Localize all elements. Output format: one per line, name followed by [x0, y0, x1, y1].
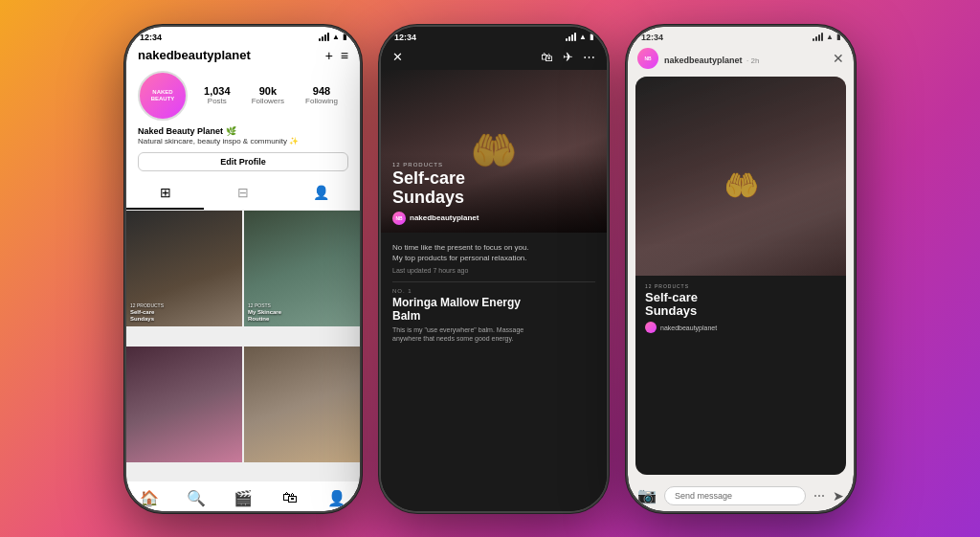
profile-username: nakedbeautyplanet	[138, 48, 251, 62]
tab-saved[interactable]: ⊟	[204, 177, 281, 210]
story-avatar[interactable]: NB	[637, 48, 658, 69]
posts-label: Posts	[208, 97, 227, 105]
hero-account-row: NB nakedbeautyplanet	[392, 212, 595, 225]
story-card: 12 PRODUCTS Self-careSundays nakedbeauty…	[635, 276, 846, 475]
time-2: 12:34	[394, 33, 416, 42]
tab-tagged[interactable]: 👤	[282, 177, 360, 210]
story-card-title: Self-careSundays	[645, 291, 836, 319]
time-3: 12:34	[641, 33, 663, 42]
collection-desc: No time like the present to focus on you…	[392, 242, 595, 263]
signal-icon-2	[566, 33, 576, 41]
wifi-icon-3: ▲	[826, 33, 834, 41]
battery-icon-2: ▮	[590, 33, 593, 41]
tab-grid[interactable]: ⊞	[126, 177, 204, 210]
story-bg-image: 🤲	[635, 77, 846, 296]
collection-item-desc: This is my "use everywhere" balm. Massag…	[392, 325, 595, 343]
profile-bio: Natural skincare, beauty inspo & communi…	[138, 137, 348, 146]
status-icons-3: ▲ ▮	[813, 33, 840, 41]
profile-name: Naked Beauty Planet 🌿	[138, 126, 348, 136]
story-username: nakedbeautyplanet	[664, 56, 743, 65]
nav-reels[interactable]: 🎬	[220, 489, 267, 507]
grid-item-2-label: 12 POSTS My SkincareRoutine	[248, 302, 281, 323]
profile-tabs: ⊞ ⊟ 👤	[126, 177, 360, 211]
story-content: 🤲 12 PRODUCTS Self-careSundays nakedbeau…	[635, 77, 846, 475]
collection-item-title: Moringa Mallow EnergyBalm	[392, 296, 595, 323]
profile-stats-row: NAKED BEAUTY 1,034 Posts 90k Followers 9…	[138, 71, 348, 121]
share-icon[interactable]: ✈	[563, 50, 573, 64]
followers-label: Followers	[252, 97, 284, 105]
collection-header: ✕ 🛍 ✈ ⋯	[381, 44, 607, 70]
status-icons-2: ▲ ▮	[566, 33, 593, 41]
profile-top-bar: nakedbeautyplanet + ≡	[138, 48, 348, 63]
profile-header: nakedbeautyplanet + ≡ NAKED BEAUTY 1,034…	[126, 44, 360, 177]
collection-updated: Last updated 7 hours ago	[392, 267, 595, 274]
collection-divider	[392, 281, 595, 282]
stats-group: 1,034 Posts 90k Followers 948 Following	[193, 85, 348, 105]
grid-item-1-label: 12 PRODUCTS Self-careSundays	[130, 302, 164, 323]
menu-icon[interactable]: ≡	[341, 48, 348, 63]
story-card-account-row: nakedbeautyplanet	[645, 322, 836, 333]
status-bar-3: 12:34 ▲ ▮	[628, 27, 854, 44]
time-1: 12:34	[140, 33, 162, 42]
wifi-icon: ▲	[332, 33, 340, 41]
hero-avatar: NB	[392, 212, 406, 225]
grid-item-1[interactable]: 12 PRODUCTS Self-careSundays	[126, 211, 242, 326]
more-icon[interactable]: ⋯	[583, 50, 595, 64]
signal-icon	[319, 33, 329, 41]
hero-title: Self-careSundays	[392, 169, 595, 208]
status-bar-1: 12:34 ▲ ▮	[126, 27, 360, 44]
close-button[interactable]: ✕	[392, 50, 403, 64]
story-account-info: nakedbeautyplanet · 2h	[664, 50, 759, 67]
grid-item-2[interactable]: 12 POSTS My SkincareRoutine	[244, 211, 360, 326]
stat-posts: 1,034 Posts	[204, 85, 231, 105]
grid-item-4[interactable]	[244, 347, 360, 462]
wifi-icon-2: ▲	[579, 33, 587, 41]
nav-profile[interactable]: 👤	[313, 489, 360, 507]
followers-count: 90k	[259, 85, 277, 97]
profile-top-icons: + ≡	[325, 48, 348, 63]
stat-followers: 90k Followers	[252, 85, 284, 105]
shop-icon[interactable]: 🛍	[541, 50, 553, 64]
story-more-icon[interactable]: ⋯	[813, 489, 825, 503]
story-profile-row: NB nakedbeautyplanet · 2h	[637, 48, 759, 69]
battery-icon: ▮	[343, 33, 346, 41]
following-label: Following	[305, 97, 338, 105]
status-bar-2: 12:34 ▲ ▮	[381, 27, 607, 44]
collection-body: No time like the present to focus on you…	[381, 233, 607, 511]
nav-shop[interactable]: 🛍	[266, 489, 313, 507]
status-icons-1: ▲ ▮	[319, 33, 346, 41]
stat-following: 948 Following	[305, 85, 338, 105]
following-count: 948	[313, 85, 330, 97]
story-top-bar: NB nakedbeautyplanet · 2h ✕	[628, 44, 854, 71]
grid-item-3[interactable]	[126, 347, 242, 462]
story-send-icon[interactable]: ➤	[833, 488, 844, 503]
collection-hero: 🤲 12 PRODUCTS Self-careSundays NB nakedb…	[381, 70, 607, 233]
phone-profile: 12:34 ▲ ▮ nakedbeautyplanet + ≡	[124, 25, 362, 513]
story-card-badge: 12 PRODUCTS	[645, 283, 836, 289]
nav-search[interactable]: 🔍	[173, 489, 220, 507]
add-icon[interactable]: +	[325, 48, 333, 63]
signal-icon-3	[813, 33, 823, 41]
profile-grid: 12 PRODUCTS Self-careSundays 12 POSTS My…	[126, 211, 360, 481]
bottom-nav: 🏠 🔍 🎬 🛍 👤	[126, 481, 360, 511]
story-card-name: nakedbeautyplanet	[660, 324, 717, 331]
edit-profile-button[interactable]: Edit Profile	[138, 152, 348, 171]
collection-item-num: No. 1	[392, 288, 595, 294]
story-bottom-bar: 📷 Send message ⋯ ➤	[628, 481, 854, 511]
battery-icon-3: ▮	[836, 33, 840, 41]
hero-account-name[interactable]: nakedbeautyplanet	[410, 213, 479, 222]
hero-overlay: 12 PRODUCTS Self-careSundays NB nakedbea…	[381, 154, 607, 233]
camera-icon[interactable]: 📷	[637, 486, 657, 504]
story-message-input[interactable]: Send message	[664, 486, 806, 505]
hero-badge: 12 PRODUCTS	[392, 162, 595, 168]
story-card-avatar	[645, 322, 657, 333]
story-close-button[interactable]: ✕	[833, 51, 844, 66]
nav-home[interactable]: 🏠	[126, 489, 173, 507]
phone-story: 12:34 ▲ ▮ NB nakedbeautyplanet · 2h	[626, 25, 856, 513]
collection-header-icons: 🛍 ✈ ⋯	[541, 50, 595, 64]
phone-collection: 12:34 ▲ ▮ ✕ 🛍 ✈ ⋯	[379, 25, 609, 513]
avatar[interactable]: NAKED BEAUTY	[138, 71, 188, 121]
posts-count: 1,034	[204, 85, 231, 97]
story-time-ago: 2h	[750, 56, 759, 65]
